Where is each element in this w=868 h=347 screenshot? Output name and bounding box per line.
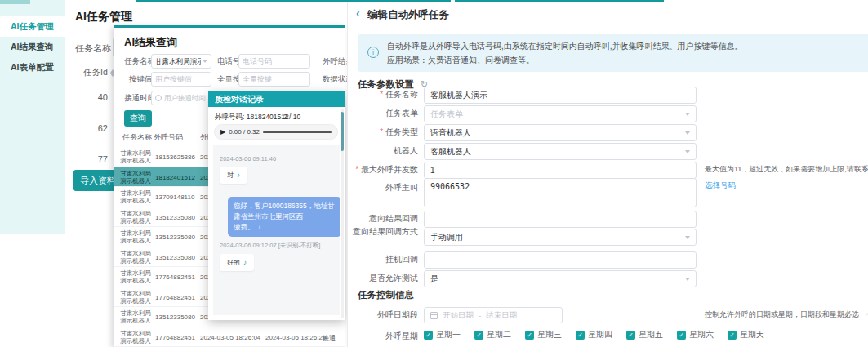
filter-phone-input[interactable]: [238, 54, 310, 69]
task-name-label: 任务名称: [75, 42, 111, 55]
info-alert: i 自动外呼是从外呼导入电话号码,由系统在指定时间内自动呼叫,并收集呼叫结果、用…: [358, 34, 868, 72]
robot-label: 机器人: [348, 145, 418, 156]
query-button[interactable]: 查询: [124, 110, 152, 127]
weekday-checkbox[interactable]: ✓星期天: [728, 329, 764, 340]
calendar-icon: [430, 312, 438, 319]
record-pager[interactable]: 2 / 10: [283, 113, 300, 121]
checkbox-checked-icon: ✓: [474, 331, 483, 340]
task-name-label: 任务名称: [348, 89, 418, 100]
chevron-down-icon: [685, 131, 690, 135]
chevron-down-icon: [685, 278, 690, 281]
intent-method-select[interactable]: 手动调用: [424, 229, 697, 246]
audio-progress-bar[interactable]: [263, 131, 332, 133]
task-id-list: 406277: [73, 82, 108, 175]
scrollbar-thumb[interactable]: [341, 112, 344, 151]
task-form-label: 任务表单: [348, 108, 418, 118]
allow-test-select[interactable]: 是: [424, 270, 697, 287]
table-row[interactable]: 甘肃水利局演示机器人 17764882451 2024-03-05 18:26:…: [114, 327, 345, 347]
chat-message: 2024-03-06 09:12:07 [未识别-不打断]: [220, 242, 335, 250]
concurrency-hint: 最大值为11，超过无效，如果需要增加上限,请联系系统管理人员。: [705, 164, 868, 175]
filter-key-input[interactable]: [151, 72, 211, 87]
task-id-column-header[interactable]: 任务Id: [83, 67, 115, 78]
task-name-input[interactable]: [424, 87, 697, 104]
chevron-down-icon: [685, 236, 690, 239]
intent-callback-input[interactable]: [424, 211, 697, 228]
checkbox-checked-icon: ✓: [525, 331, 534, 340]
task-type-label: 任务类型: [348, 127, 418, 137]
chat-transcript: 2024-03-06 09:11:46 对♪ 您好，客户1000186355，地…: [213, 145, 340, 315]
screen: AI任务管理 任务名称 任务Id 406277 导入资料 AI任务管理AI结果查…: [0, 0, 868, 347]
callee-number: 外呼号码: 18182401512: [215, 113, 289, 122]
task-id-cell[interactable]: 62: [73, 113, 108, 144]
task-id-cell[interactable]: 40: [73, 82, 108, 113]
edit-outbound-task-panel: ‹ 编辑自动外呼任务 i 自动外呼是从外呼导入电话号码,由系统在指定时间内自动呼…: [347, 0, 868, 347]
sidebar: AI任务管理AI结果查询AI表单配置: [0, 0, 65, 234]
audio-player: ▶ 0:00 / 0:32: [214, 124, 338, 140]
checkbox-checked-icon: ✓: [576, 331, 585, 340]
caller-label: 外呼主叫: [348, 182, 418, 193]
chat-message: 2024-03-06 09:11:46: [220, 155, 335, 162]
top-accent-bar-left: [136, 0, 451, 2]
hangup-callback-label: 挂机回调: [348, 254, 418, 265]
sidebar-item[interactable]: AI结果查询: [0, 37, 65, 57]
hangup-callback-input[interactable]: [424, 251, 697, 269]
modal-scrollbar[interactable]: [341, 109, 344, 318]
result-panel-title: AI结果查询: [124, 35, 177, 50]
date-range-label: 外呼日期段: [348, 309, 418, 320]
play-icon[interactable]: ▶: [220, 129, 225, 136]
checkbox-checked-icon: ✓: [677, 331, 686, 340]
sidebar-item[interactable]: AI表单配置: [0, 57, 65, 78]
concurrency-label: 最大外呼并发数: [348, 164, 418, 175]
chevron-down-icon: [203, 60, 207, 63]
modal-title: 质检对话记录: [208, 91, 345, 107]
page-title: AI任务管理: [75, 10, 132, 24]
chevron-down-icon: [685, 113, 690, 116]
chevron-down-icon: [685, 150, 690, 153]
choose-number-link[interactable]: 选择号码: [705, 180, 736, 191]
speaker-icon[interactable]: ♪: [243, 259, 247, 266]
chat-message: 您好，客户1000186355，地址甘肃省兰州市七里河区西 缴费。♪: [228, 197, 340, 237]
robot-select[interactable]: 客服机器人: [424, 143, 697, 160]
edit-panel-title: 编辑自动外呼任务: [367, 8, 449, 22]
filter-key-label: 按键值: [129, 72, 153, 87]
qc-dialog-modal: 质检对话记录 外呼号码: 18182401512 2 / 10 ▶ 0:00 /…: [208, 91, 345, 320]
clock-icon: [155, 95, 162, 101]
checkbox-checked-icon: ✓: [424, 331, 433, 340]
task-form-select[interactable]: 任务表单: [424, 105, 697, 122]
speaker-icon[interactable]: ♪: [258, 224, 261, 231]
filter-allkey-input[interactable]: [238, 72, 310, 87]
sidebar-item[interactable]: AI任务管理: [0, 16, 65, 37]
info-icon: i: [367, 47, 379, 58]
filter-task-name-select[interactable]: 甘肃水利局演示机器人: [151, 54, 211, 69]
top-accent-bar-right: [455, 0, 664, 2]
chat-message: 对♪: [220, 167, 247, 184]
weekday-checkbox[interactable]: ✓星期五: [626, 329, 663, 340]
caller-textarea[interactable]: 99066532: [424, 178, 697, 207]
weekday-checkbox[interactable]: ✓星期一: [424, 329, 461, 340]
section-task-control: 任务控制信息: [358, 289, 414, 301]
weekday-label: 外呼星期: [348, 331, 418, 341]
back-button[interactable]: ‹: [356, 7, 360, 20]
weekday-checkbox[interactable]: ✓星期三: [525, 329, 562, 340]
weekday-checkbox[interactable]: ✓星期六: [677, 329, 714, 340]
date-range-hint: 控制允许外呼的日期或星期，日期段和星期必选一个，也可以同时选择: [705, 309, 868, 320]
weekday-checkbox[interactable]: ✓星期四: [576, 329, 612, 340]
intent-callback-label: 意向结果回调: [348, 213, 418, 224]
checkbox-checked-icon: ✓: [626, 331, 635, 340]
weekday-checkbox-group: ✓星期一 ✓星期二 ✓星期三 ✓星期四 ✓星期五 ✓星期六 ✓星期天: [424, 329, 764, 340]
concurrency-input[interactable]: [424, 162, 697, 179]
checkbox-checked-icon: ✓: [728, 331, 737, 340]
speaker-icon[interactable]: ♪: [237, 171, 240, 179]
sidebar-accent-bar: [0, 0, 30, 4]
weekday-checkbox[interactable]: ✓星期二: [474, 329, 511, 340]
chat-message: 好的♪: [220, 254, 254, 271]
task-type-select[interactable]: 语音机器人: [424, 124, 697, 141]
allow-test-label: 是否允许测试: [348, 273, 418, 283]
intent-method-label: 意向结果回调方式: [348, 226, 418, 237]
info-alert-text: 自动外呼是从外呼导入电话号码,由系统在指定时间内自动呼叫,并收集呼叫结果、用户按…: [387, 40, 743, 67]
date-range-picker[interactable]: 开始日期 - 结束日期: [424, 307, 563, 323]
audio-time: 0:00 / 0:32: [229, 128, 260, 136]
